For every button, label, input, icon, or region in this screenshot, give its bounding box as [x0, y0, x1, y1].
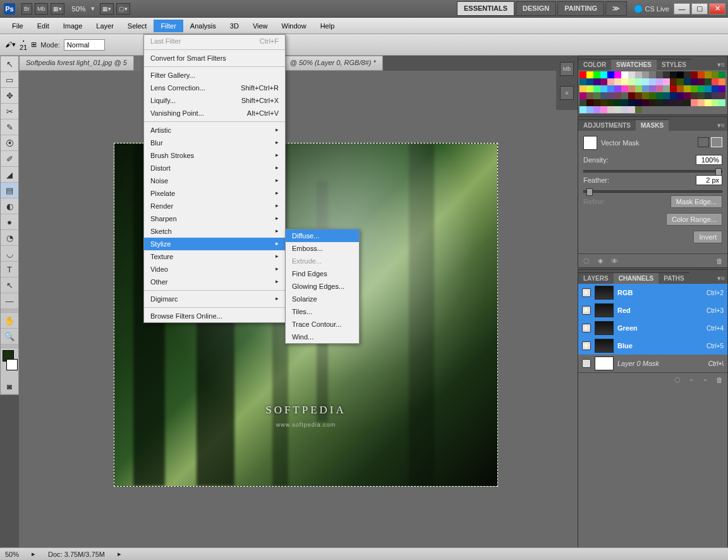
- swatch-cell[interactable]: [579, 99, 586, 106]
- swatch-cell[interactable]: [607, 92, 614, 99]
- zoom-dropdown-icon[interactable]: ▾: [91, 4, 95, 13]
- swatch-cell[interactable]: [684, 85, 691, 92]
- swatch-cell[interactable]: [579, 92, 586, 99]
- menu-item-artistic[interactable]: Artistic: [144, 124, 285, 137]
- swatch-cell[interactable]: [670, 71, 677, 78]
- swatch-cell[interactable]: [684, 71, 691, 78]
- minibridge-button[interactable]: Mb: [35, 3, 48, 15]
- masks-tab[interactable]: MASKS: [636, 119, 669, 131]
- menu-select[interactable]: Select: [121, 20, 154, 32]
- swatch-cell[interactable]: [649, 85, 656, 92]
- menu-item-sketch[interactable]: Sketch: [144, 225, 285, 238]
- tool-14[interactable]: ↖: [1, 277, 18, 293]
- menu-item-convert-for-smart-filters[interactable]: Convert for Smart Filters: [144, 52, 285, 64]
- swatch-cell[interactable]: [691, 71, 698, 78]
- menu-item-distort[interactable]: Distort: [144, 162, 285, 174]
- swatch-cell[interactable]: [705, 85, 712, 92]
- submenu-item-emboss-[interactable]: Emboss...: [286, 242, 359, 255]
- swatch-cell[interactable]: [712, 92, 719, 99]
- swatch-cell[interactable]: [614, 106, 621, 113]
- menu-image[interactable]: Image: [56, 20, 90, 32]
- tool-12[interactable]: ◡: [1, 246, 18, 262]
- swatch-cell[interactable]: [593, 71, 600, 78]
- swatch-cell[interactable]: [705, 92, 712, 99]
- swatch-cell[interactable]: [586, 92, 593, 99]
- apply-mask-icon[interactable]: ◈: [596, 257, 605, 265]
- submenu-item-trace-contour-[interactable]: Trace Contour...: [286, 318, 359, 331]
- panel-menu-icon[interactable]: ▾≡: [715, 59, 727, 70]
- swatch-cell[interactable]: [670, 78, 677, 85]
- swatch-cell[interactable]: [628, 106, 635, 113]
- load-channel-selection-icon[interactable]: ◌: [673, 375, 682, 384]
- menu-item-filter-gallery-[interactable]: Filter Gallery...: [144, 69, 285, 82]
- tool-2[interactable]: ✥: [1, 88, 18, 104]
- new-channel-icon[interactable]: ▫: [701, 375, 710, 384]
- swatch-cell[interactable]: [719, 78, 725, 85]
- swatch-cell[interactable]: [670, 99, 677, 106]
- feather-value[interactable]: 2 px: [696, 175, 722, 185]
- menu-file[interactable]: File: [5, 20, 30, 32]
- blend-mode-select[interactable]: Normal: [64, 39, 105, 51]
- panel-menu-icon[interactable]: ▾≡: [715, 120, 727, 131]
- swatch-cell[interactable]: [719, 92, 725, 99]
- tool-1[interactable]: ▭: [1, 72, 18, 88]
- swatch-cell[interactable]: [712, 99, 719, 106]
- adjustments-tab[interactable]: ADJUSTMENTS: [578, 119, 636, 131]
- zoom-level[interactable]: 50%: [72, 5, 86, 13]
- swatch-cell[interactable]: [586, 99, 593, 106]
- swatch-cell[interactable]: [663, 92, 670, 99]
- document-tab-2[interactable]: @ 50% (Layer 0, RGB/8#) *: [283, 56, 383, 71]
- swatch-cell[interactable]: [586, 71, 593, 78]
- screen-mode-dropdown[interactable]: ▢▾: [116, 3, 130, 15]
- swatch-cell[interactable]: [635, 92, 642, 99]
- swatch-cell[interactable]: [621, 85, 628, 92]
- swatch-cell[interactable]: [642, 92, 649, 99]
- swatch-cell[interactable]: [621, 106, 628, 113]
- styles-tab[interactable]: STYLES: [657, 59, 691, 70]
- arrange-dropdown[interactable]: ▦▾: [100, 3, 114, 15]
- swatch-cell[interactable]: [663, 71, 670, 78]
- panel-menu-icon[interactable]: ▾≡: [715, 273, 727, 284]
- swatch-cell[interactable]: [579, 71, 586, 78]
- swatch-cell[interactable]: [656, 92, 663, 99]
- swatch-cell[interactable]: [628, 85, 635, 92]
- swatch-cell[interactable]: [670, 92, 677, 99]
- menu-item-pixelate[interactable]: Pixelate: [144, 187, 285, 200]
- swatch-cell[interactable]: [649, 78, 656, 85]
- tool-10[interactable]: ●: [1, 214, 18, 230]
- mask-edge-button[interactable]: Mask Edge...: [670, 195, 722, 208]
- tool-13[interactable]: T: [1, 262, 18, 277]
- chevron-right-icon[interactable]: ▸: [32, 550, 35, 558]
- swatches-tab[interactable]: SWATCHES: [611, 59, 657, 70]
- menu-item-render[interactable]: Render: [144, 200, 285, 212]
- menu-item-digimarc[interactable]: Digimarc: [144, 293, 285, 305]
- swatch-cell[interactable]: [600, 85, 607, 92]
- menu-item-lens-correction-[interactable]: Lens Correction...Shift+Ctrl+R: [144, 82, 285, 94]
- swatch-cell[interactable]: [677, 99, 684, 106]
- swatch-cell[interactable]: [677, 71, 684, 78]
- menu-item-video[interactable]: Video: [144, 263, 285, 276]
- menu-edit[interactable]: Edit: [30, 20, 56, 32]
- view-extras-dropdown[interactable]: ▦▾: [51, 3, 64, 15]
- swatch-cell[interactable]: [719, 85, 725, 92]
- visibility-icon[interactable]: 👁: [582, 306, 591, 315]
- swatch-cell[interactable]: [614, 99, 621, 106]
- minibridge-panel-icon[interactable]: Mb: [560, 62, 574, 76]
- swatch-cell[interactable]: [663, 99, 670, 106]
- swatch-cell[interactable]: [656, 71, 663, 78]
- menu-help[interactable]: Help: [313, 20, 342, 32]
- menu-item-liquify-[interactable]: Liquify...Shift+Ctrl+X: [144, 94, 285, 107]
- maximize-button[interactable]: ▢: [691, 3, 708, 15]
- swatch-cell[interactable]: [579, 78, 586, 85]
- menu-item-sharpen[interactable]: Sharpen: [144, 212, 285, 225]
- swatch-cell[interactable]: [705, 99, 712, 106]
- swatch-cell[interactable]: [698, 92, 705, 99]
- cs-live-button[interactable]: CS Live▾: [634, 4, 677, 13]
- menu-view[interactable]: View: [246, 20, 275, 32]
- swatch-cell[interactable]: [691, 92, 698, 99]
- swatch-cell[interactable]: [677, 78, 684, 85]
- tool-11[interactable]: ◔: [1, 230, 18, 246]
- channel-layer-0-mask[interactable]: Layer 0 MaskCtrl+\: [578, 355, 727, 372]
- swatch-cell[interactable]: [586, 106, 593, 113]
- swatch-cell[interactable]: [600, 71, 607, 78]
